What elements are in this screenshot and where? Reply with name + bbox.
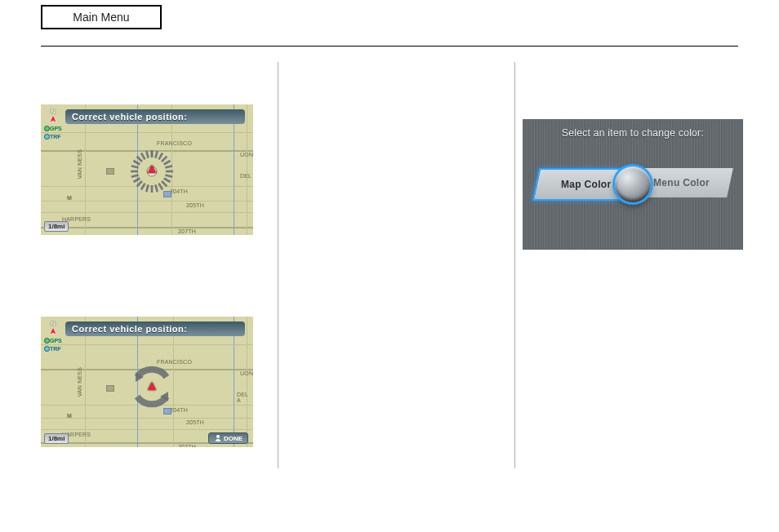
header-rule: [41, 46, 738, 47]
main-menu-button[interactable]: Main Menu: [41, 5, 162, 29]
selector-knob-icon[interactable]: [615, 166, 651, 202]
svg-rect-8: [166, 171, 173, 173]
north-arrow-icon: N: [46, 320, 60, 335]
gps-indicator: GPS: [44, 338, 62, 344]
street-label: M: [67, 413, 72, 419]
building-icon: [106, 385, 114, 392]
map-figure-scroll: VAN NESS HARPERS FRANCISCO 204TH 205TH 2…: [41, 104, 253, 235]
svg-rect-5: [161, 156, 167, 162]
map-color-label: Map Color: [561, 179, 611, 190]
north-arrow-icon: N: [46, 108, 60, 123]
svg-marker-27: [50, 327, 56, 335]
svg-rect-17: [136, 180, 143, 187]
gps-indicator: GPS: [44, 126, 62, 131]
color-selector-title: Select an item to change color:: [523, 127, 743, 139]
gps-label: GPS: [50, 126, 62, 131]
gps-label: GPS: [50, 338, 62, 344]
traffic-indicator: TRF: [44, 346, 61, 352]
building-icon: [106, 168, 114, 175]
traffic-indicator: TRF: [44, 134, 61, 140]
svg-rect-22: [133, 160, 140, 166]
column-separator-1: [278, 62, 278, 468]
street-label: DEL: [240, 173, 252, 179]
svg-rect-9: [165, 174, 172, 178]
color-selector-figure: Select an item to change color: Map Colo…: [523, 119, 743, 250]
svg-rect-14: [151, 185, 154, 193]
svg-rect-10: [163, 177, 171, 183]
svg-rect-4: [158, 153, 163, 160]
street-label: UON: [240, 370, 253, 376]
svg-point-30: [216, 435, 220, 438]
svg-rect-6: [163, 160, 171, 166]
svg-rect-18: [133, 177, 140, 183]
column-separator-2: [514, 62, 515, 468]
map-title-bar: Correct vehicle position:: [65, 109, 245, 124]
map-figure-rotate: VAN NESS HARPERS FRANCISCO 204TH 205TH 2…: [41, 317, 253, 447]
street-label: 205TH: [186, 419, 204, 425]
north-letter: N: [51, 320, 56, 327]
street-label: 207TH: [178, 228, 196, 234]
street-label: VAN NESS: [77, 367, 82, 397]
map-scale-badge[interactable]: 1/8mi: [44, 433, 69, 444]
svg-rect-12: [158, 183, 163, 190]
svg-rect-11: [161, 180, 167, 187]
svg-rect-16: [140, 183, 146, 190]
vehicle-icon: [148, 165, 156, 173]
done-label: DONE: [224, 435, 243, 442]
street-label: UON: [240, 152, 253, 157]
street-label: 205TH: [186, 202, 204, 208]
vehicle-icon: [148, 382, 156, 390]
svg-rect-13: [154, 184, 158, 192]
traffic-label: TRF: [50, 134, 61, 140]
svg-rect-20: [131, 171, 138, 173]
street-label: 207TH: [178, 444, 196, 447]
menu-color-label: Menu Color: [653, 177, 710, 188]
svg-rect-23: [136, 156, 143, 162]
traffic-label: TRF: [50, 346, 61, 352]
map-title-bar: Correct vehicle position:: [65, 321, 245, 336]
svg-rect-7: [165, 165, 172, 169]
svg-rect-21: [131, 165, 139, 169]
done-button[interactable]: DONE: [208, 432, 248, 444]
street-label: M: [67, 195, 72, 201]
svg-rect-25: [145, 151, 149, 158]
svg-rect-2: [151, 150, 154, 157]
svg-marker-0: [50, 115, 56, 122]
street-label: VAN NESS: [77, 149, 82, 179]
street-label: DEL A: [237, 392, 253, 403]
svg-rect-15: [145, 184, 149, 192]
map-scale-badge[interactable]: 1/8mi: [44, 221, 69, 232]
svg-rect-24: [140, 153, 146, 160]
svg-rect-3: [154, 151, 158, 158]
north-letter: N: [51, 108, 56, 115]
street-label: FRANCISCO: [157, 140, 192, 146]
svg-rect-19: [131, 174, 139, 178]
